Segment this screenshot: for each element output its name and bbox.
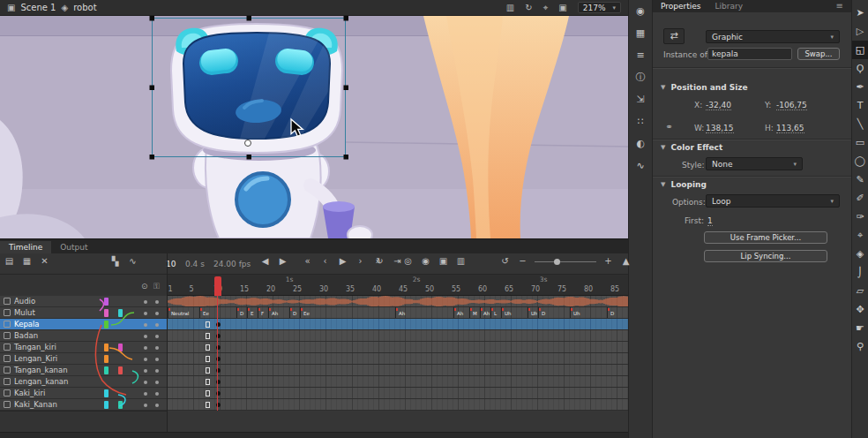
section-color-effect[interactable]: ▼ Color Effect — [661, 143, 722, 152]
audio-scrub-icon[interactable]: ∿ — [127, 257, 138, 266]
mouth-keyframe-D[interactable]: D — [236, 307, 246, 319]
oval-tool[interactable]: ◯ — [852, 152, 868, 170]
use-frame-picker-button[interactable]: Use Frame Picker... — [704, 231, 827, 244]
align-panel-icon[interactable]: ≡ — [632, 50, 648, 60]
mouth-keyframe-Ah[interactable]: Ah — [480, 307, 490, 319]
layer-lock-dot[interactable] — [155, 323, 159, 327]
layer-lock-dot[interactable] — [155, 358, 159, 361]
onion-marker-icon[interactable]: ▚ — [109, 257, 121, 266]
stage-canvas[interactable] — [0, 16, 628, 238]
swap-symbol-icon[interactable]: ⇄ — [663, 28, 685, 44]
edit-multiple-frames-icon[interactable]: ▣ — [438, 257, 449, 266]
subselection-tool[interactable]: ▷ — [852, 22, 868, 41]
link-width-height-icon[interactable]: ⚭ — [665, 123, 672, 132]
rectangle-tool[interactable]: ▭ — [852, 133, 868, 152]
first-frame-value[interactable]: 1 — [707, 216, 713, 226]
layer-visibility-dot[interactable] — [144, 312, 147, 315]
clip-edit-icon[interactable]: ▥ — [506, 4, 514, 12]
frame-size-slider[interactable] — [535, 257, 596, 266]
mouth-keyframe-Ee[interactable]: Ee — [300, 307, 394, 319]
frames-Lengan_kanan[interactable] — [168, 376, 628, 388]
lock-unlock-all-layers-icon[interactable]: ⚿ — [153, 283, 160, 291]
brushes-panel-icon[interactable]: ∷ — [632, 117, 648, 126]
go-to-first-frame-icon[interactable]: « — [302, 257, 313, 266]
frames-Kaki_Kanan[interactable] — [168, 399, 628, 411]
layer-visibility-dot[interactable] — [144, 323, 147, 327]
mouth-keyframe-D[interactable]: D — [607, 307, 627, 319]
eyedropper-tool[interactable]: ⌡ — [852, 263, 868, 282]
layer-visibility-dot[interactable] — [144, 392, 147, 396]
layer-visibility-dot[interactable] — [144, 335, 147, 338]
layer-row-Kaki_Kanan[interactable]: Kaki_Kanan — [0, 399, 167, 411]
hand-tool[interactable]: ☛ — [852, 319, 868, 337]
color-panel-icon[interactable]: ◐ — [632, 139, 648, 148]
timeline-tab-timeline[interactable]: Timeline — [0, 241, 51, 253]
frames-Audio[interactable] — [168, 296, 628, 307]
line-tool[interactable]: ╲ — [852, 115, 868, 133]
section-position-and-size[interactable]: ▼ Position and Size — [661, 83, 748, 92]
w-value[interactable]: 138,15 — [706, 124, 734, 133]
layer-lock-dot[interactable] — [155, 381, 159, 384]
zoom-out-frames-icon[interactable]: − — [517, 257, 528, 266]
classic-brush-tool[interactable]: ✑ — [852, 208, 868, 226]
onion-skin-icon[interactable]: ◎ — [402, 257, 414, 266]
new-folder-icon[interactable]: ▦ — [21, 257, 33, 266]
layer-row-Tangan_kiri[interactable]: Tangan_kiri — [0, 342, 167, 353]
layer-lock-dot[interactable] — [155, 369, 159, 373]
lasso-tool[interactable]: Ϙ — [852, 59, 868, 78]
show-hide-all-layers-icon[interactable]: ⊙ — [141, 283, 148, 291]
color-style-select[interactable]: None ▾ — [706, 157, 803, 170]
instance-name-field[interactable] — [707, 48, 792, 60]
layer-row-Kaki_kiri[interactable]: Kaki_kiri — [0, 388, 167, 399]
screen-mode-icon[interactable]: ▣ — [558, 4, 566, 12]
frames-Tangan_kiri[interactable] — [168, 342, 628, 353]
layer-visibility-dot[interactable] — [144, 358, 147, 361]
layer-visibility-dot[interactable] — [144, 369, 147, 373]
layer-row-Lengan_kanan[interactable]: Lengan_kanan — [0, 376, 167, 388]
delete-layer-icon[interactable]: ✕ — [39, 257, 50, 266]
layer-visibility-dot[interactable] — [144, 300, 147, 304]
zoom-in-frames-icon[interactable]: + — [602, 257, 614, 266]
previous-frame-icon[interactable]: ‹ — [319, 257, 331, 266]
mouth-keyframe-Ah[interactable]: Ah — [268, 307, 288, 319]
layer-lock-dot[interactable] — [155, 392, 159, 396]
layer-visibility-dot[interactable] — [144, 404, 147, 407]
x-value[interactable]: -32,40 — [706, 101, 731, 110]
fluid-brush-tool[interactable]: ✐ — [852, 189, 868, 208]
mouth-keyframe-Uh[interactable]: Uh — [528, 307, 537, 319]
properties-tab-library[interactable]: Library — [715, 2, 742, 11]
symbol-behavior-select[interactable]: Graphic ▾ — [706, 30, 840, 43]
frame-grid[interactable]: NeutralEeDEFAhDEeAhAhMAhLUhUhDUhD — [168, 296, 628, 411]
zoom-tool[interactable]: ⚲ — [852, 337, 868, 356]
library-panel-icon[interactable]: ▦ — [632, 28, 648, 38]
pen-tool[interactable]: ✒ — [852, 78, 868, 96]
h-value[interactable]: 113,65 — [776, 124, 804, 133]
info-panel-icon[interactable]: ⓘ — [632, 72, 648, 82]
free-transform-tool[interactable]: ◱ — [852, 41, 868, 59]
playhead-handle[interactable] — [214, 276, 221, 296]
layer-row-Lengan_Kiri[interactable]: Lengan_Kiri — [0, 353, 167, 365]
width-tool[interactable]: ✥ — [852, 300, 868, 319]
layer-row-Kepala[interactable]: Kepala — [0, 319, 167, 330]
center-stage-icon[interactable]: ⌖ — [543, 4, 549, 12]
mouth-keyframe-Ah[interactable]: Ah — [395, 307, 453, 319]
frame-view-icon[interactable]: ▥ — [455, 257, 467, 266]
frames-Badan[interactable] — [168, 330, 628, 342]
text-tool[interactable]: T — [852, 96, 868, 115]
layer-row-Mulut[interactable]: Mulut — [0, 307, 167, 319]
mouth-keyframe-L[interactable]: L — [490, 307, 500, 319]
paint-bucket-tool[interactable]: ◈ — [852, 245, 868, 263]
layer-lock-dot[interactable] — [155, 346, 159, 350]
mouth-keyframe-Ah[interactable]: Ah — [453, 307, 468, 319]
panel-menu-icon[interactable]: ≡ — [836, 2, 843, 11]
selection-tool[interactable]: ➤ — [852, 4, 868, 22]
play-icon[interactable]: ▶ — [337, 257, 348, 266]
y-value[interactable]: -106,75 — [776, 101, 807, 110]
frames-Kepala[interactable] — [168, 319, 628, 330]
frames-Tangan_kanan[interactable] — [168, 365, 628, 376]
onion-skin-outlines-icon[interactable]: ◉ — [420, 257, 431, 266]
mouth-keyframe-D[interactable]: D — [289, 307, 299, 319]
frame-size-icon[interactable]: ▲ — [620, 257, 632, 266]
properties-panel-icon[interactable]: ◉ — [632, 6, 648, 16]
step-back-icon[interactable]: ◀ — [259, 257, 271, 266]
